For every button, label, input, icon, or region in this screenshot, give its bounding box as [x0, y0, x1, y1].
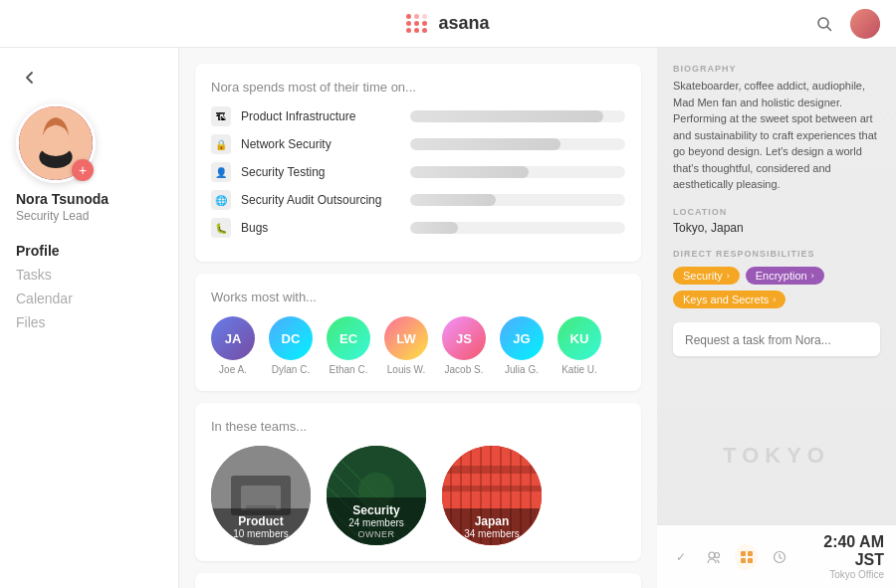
collab-name-jacob: Jacob S. — [445, 364, 484, 375]
teams-list: Product 10 members — [211, 446, 625, 545]
user-avatar-header[interactable] — [850, 9, 880, 39]
check-icon-bottom[interactable]: ✓ — [669, 544, 692, 570]
bio-label: BIOGRAPHY — [673, 64, 880, 74]
tag-encryption-label: Encryption — [756, 270, 807, 282]
tag-security[interactable]: Security › — [673, 267, 740, 285]
nav-profile[interactable]: Profile — [16, 239, 73, 263]
collab-jacob[interactable]: JS Jacob S. — [442, 316, 486, 375]
bar-label-3: Security Audit Outsourcing — [241, 193, 400, 207]
svg-rect-27 — [442, 466, 542, 474]
time-display: 2:40 AM JST — [800, 533, 884, 569]
team-security[interactable]: Security 24 members OWNER — [327, 446, 426, 545]
team-circle-product: Product 10 members — [211, 446, 311, 545]
team-japan[interactable]: Japan 34 members — [442, 446, 542, 545]
clock-icon-bottom[interactable] — [768, 544, 790, 570]
svg-rect-28 — [442, 486, 542, 491]
bar-item: 🏗 Product Infrastructure — [211, 106, 625, 126]
team-circle-security: Security 24 members OWNER — [327, 446, 426, 545]
collab-julia[interactable]: JG Julia G. — [500, 316, 544, 375]
teams-title: In these teams... — [211, 419, 625, 434]
location-label: LOCATION — [673, 207, 880, 217]
tags-list: Security › Encryption › Keys and Secrets… — [673, 267, 880, 308]
task-request-wrap — [673, 322, 880, 356]
svg-line-1 — [827, 27, 831, 31]
collab-ethan[interactable]: EC Ethan C. — [327, 316, 370, 375]
collab-dylan[interactable]: DC Dylan C. — [269, 316, 313, 375]
tokyo-watermark: TOKYO — [723, 443, 830, 469]
collab-title: Works most with... — [211, 290, 625, 304]
bar-label-4: Bugs — [241, 221, 400, 235]
tag-keys[interactable]: Keys and Secrets › — [673, 291, 785, 308]
app-header: asana — [0, 0, 896, 48]
responsibilities-section: DIRECT RESPONSIBILITIES Security › Encry… — [673, 249, 880, 308]
bio-text: Skateboarder, coffee addict, audiophile,… — [673, 78, 880, 193]
responsibilities-label: DIRECT RESPONSIBILITIES — [673, 249, 880, 259]
bar-item-2: 👤 Security Testing — [211, 162, 625, 182]
svg-point-5 — [41, 137, 71, 156]
add-button[interactable]: + — [72, 159, 94, 181]
time-spent-title: Nora spends most of their time on... — [211, 80, 625, 95]
bar-label-2: Security Testing — [241, 165, 400, 179]
svg-rect-31 — [741, 551, 746, 556]
nav-calendar[interactable]: Calendar — [16, 287, 73, 310]
logo-icon — [406, 14, 428, 33]
svg-rect-32 — [748, 551, 753, 556]
collab-katie[interactable]: KU Katie U. — [558, 316, 601, 375]
header-actions — [810, 9, 880, 39]
task-request-input[interactable] — [685, 333, 868, 347]
team-product[interactable]: Product 10 members — [211, 446, 311, 545]
bar-label-0: Product Infrastructure — [241, 109, 400, 123]
right-panel-content: BIOGRAPHY Skateboarder, coffee addict, a… — [673, 64, 880, 356]
bar-label-1: Network Security — [241, 137, 400, 151]
main-content: Nora spends most of their time on... 🏗 P… — [179, 48, 657, 588]
nav-tasks[interactable]: Tasks — [16, 263, 73, 287]
bar-icon-0: 🏗 — [211, 106, 231, 126]
collab-avatar-julia: JG — [500, 316, 544, 360]
sidebar: + Nora Tsunoda Security Lead Profile Tas… — [0, 48, 179, 588]
collab-name-julia: Julia G. — [505, 364, 539, 375]
team-overlay-japan: Japan 34 members — [442, 508, 542, 545]
tag-security-label: Security — [683, 270, 723, 282]
bar-icon-1: 🔒 — [211, 134, 231, 154]
nav-files[interactable]: Files — [16, 310, 73, 334]
bar-track-3 — [410, 194, 625, 206]
main-layout: + Nora Tsunoda Security Lead Profile Tas… — [0, 48, 896, 588]
tag-encryption[interactable]: Encryption › — [746, 267, 824, 285]
teams-card: In these teams... Product 10 members — [195, 403, 641, 561]
team-overlay-product: Product 10 members — [211, 508, 311, 545]
bar-track-4 — [410, 222, 625, 234]
collab-name-ethan: Ethan C. — [330, 364, 368, 375]
profile-avatar-wrap: + — [16, 103, 96, 183]
bar-item-3: 🌐 Security Audit Outsourcing — [211, 190, 625, 210]
bar-item-4: 🐛 Bugs — [211, 218, 625, 238]
sidebar-nav: Profile Tasks Calendar Files — [16, 239, 73, 334]
profile-name: Nora Tsunoda — [16, 191, 109, 207]
collab-louis[interactable]: LW Louis W. — [384, 316, 428, 375]
tag-security-arrow: › — [727, 271, 730, 281]
location-text: Tokyo, Japan — [673, 221, 880, 235]
time-spent-card: Nora spends most of their time on... 🏗 P… — [195, 64, 641, 262]
location-section: LOCATION Tokyo, Japan — [673, 207, 880, 235]
collab-avatar-jacob: JS — [442, 316, 486, 360]
collab-avatar-ethan: EC — [327, 316, 370, 360]
collaborators-card: Works most with... JA Joe A. DC Dylan C.… — [195, 274, 641, 391]
collab-joe[interactable]: JA Joe A. — [211, 316, 255, 375]
logo-text: asana — [438, 13, 489, 34]
time-block: 2:40 AM JST Tokyo Office — [800, 533, 884, 580]
team-overlay-security: Security 24 members OWNER — [327, 497, 426, 545]
bar-icon-4: 🐛 — [211, 218, 231, 238]
collab-avatar-louis: LW — [384, 316, 428, 360]
search-button[interactable] — [810, 10, 838, 38]
collab-avatar-dylan: DC — [269, 316, 313, 360]
team-circle-japan: Japan 34 members — [442, 446, 542, 545]
tag-keys-arrow: › — [773, 294, 776, 304]
grid-icon-bottom[interactable] — [735, 544, 758, 570]
svg-rect-34 — [748, 558, 753, 563]
people-icon-bottom[interactable] — [702, 544, 725, 570]
back-button[interactable] — [16, 64, 44, 92]
bar-item-1: 🔒 Network Security — [211, 134, 625, 154]
bars-list: 🏗 Product Infrastructure 🔒 Network Secur… — [211, 106, 625, 238]
svg-rect-33 — [741, 558, 746, 563]
bottom-bar: ✓ — [657, 524, 896, 588]
biography-section: BIOGRAPHY Skateboarder, coffee addict, a… — [673, 64, 880, 193]
